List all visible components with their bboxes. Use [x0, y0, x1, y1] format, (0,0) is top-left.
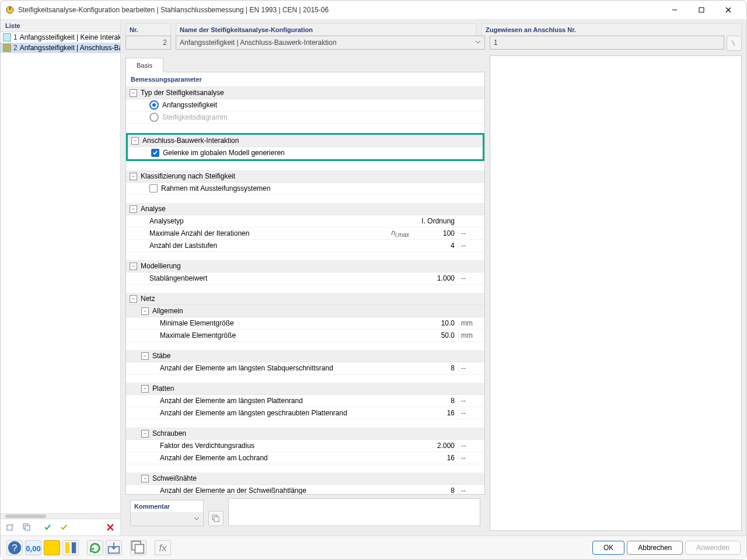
svg-rect-3 — [699, 8, 704, 12]
copy-button[interactable] — [130, 540, 146, 555]
check-green-button[interactable] — [40, 520, 55, 534]
assigned-field[interactable]: 1 — [490, 36, 724, 50]
horizontal-scrollbar[interactable] — [1, 513, 120, 519]
window-title: Steifigkeitsanalyse-Konfiguration bearbe… — [18, 6, 661, 14]
collapse-icon[interactable]: − — [141, 352, 149, 360]
maximize-button[interactable] — [688, 1, 715, 19]
copy-item-button[interactable] — [19, 520, 34, 534]
refresh-button[interactable] — [87, 540, 103, 555]
delete-button[interactable] — [103, 520, 118, 534]
collapse-icon[interactable]: − — [131, 137, 139, 145]
color-tool-button[interactable] — [62, 540, 79, 555]
main-area: Nr. Name der Steifigkeitsanalyse-Konfigu… — [121, 20, 746, 536]
collapse-icon[interactable]: − — [130, 295, 137, 303]
ok-button[interactable]: OK — [592, 541, 624, 555]
list-item[interactable]: 2 Anfangssteifigkeit | Anschluss-Bauwerk… — [1, 43, 120, 53]
header-name: Name der Steifigkeitsanalyse-Konfigurati… — [176, 23, 477, 36]
units-button[interactable]: 0,00 — [25, 540, 41, 555]
svg-text:?: ? — [12, 542, 17, 554]
assign-pick-button[interactable] — [727, 36, 742, 51]
check-yellow-button[interactable] — [57, 520, 72, 534]
color-swatch — [3, 33, 11, 41]
svg-rect-6 — [7, 525, 12, 530]
checkbox-braced-frames[interactable] — [149, 184, 158, 192]
collapse-icon[interactable]: − — [130, 262, 137, 270]
comment-dropdown[interactable] — [131, 512, 203, 526]
radio-stiffness-diagram[interactable] — [149, 113, 159, 122]
svg-text:fx: fx — [159, 542, 167, 554]
collapse-icon[interactable]: − — [130, 89, 137, 97]
checkbox-generate-hinges[interactable] — [151, 149, 159, 157]
chevron-down-icon — [194, 515, 200, 523]
color-yellow-button[interactable] — [44, 540, 60, 555]
collapse-icon[interactable]: − — [141, 307, 149, 315]
minimize-button[interactable] — [661, 1, 688, 19]
svg-rect-1 — [9, 7, 11, 10]
name-dropdown[interactable]: Anfangssteifigkeit | Anschluss-Bauwerk-I… — [176, 36, 485, 50]
list-item[interactable]: 1 Anfangssteifigkeit | Keine Interaktion — [1, 32, 120, 43]
export-button[interactable] — [106, 540, 122, 555]
comment-preview — [228, 498, 480, 526]
comment-header: Kommentar — [131, 501, 203, 512]
preview-pane — [490, 55, 742, 531]
cancel-button[interactable]: Abbrechen — [627, 541, 683, 555]
function-button[interactable]: fx — [155, 540, 171, 555]
sidebar-header: Liste — [1, 20, 120, 32]
header-nr: Nr. — [125, 23, 171, 36]
nr-field[interactable]: 2 — [125, 36, 171, 50]
collapse-icon[interactable]: − — [141, 430, 149, 438]
collapse-icon[interactable]: − — [130, 173, 137, 180]
sidebar-toolbar — [1, 519, 120, 536]
sidebar: Liste 1 Anfangssteifigkeit | Keine Inter… — [1, 20, 121, 536]
params-panel: Bemessungsparameter −Typ der Steifigkeit… — [125, 72, 485, 495]
comment-edit-button[interactable] — [208, 511, 224, 526]
svg-text:0,00: 0,00 — [26, 544, 40, 553]
collapse-icon[interactable]: − — [130, 205, 137, 213]
radio-initial-stiffness[interactable] — [149, 100, 159, 110]
svg-rect-17 — [72, 542, 76, 554]
header-assigned: Zugewiesen an Anschluss Nr. — [481, 23, 742, 36]
apply-button[interactable]: Anwenden — [685, 541, 741, 555]
collapse-icon[interactable]: − — [141, 475, 149, 482]
collapse-icon[interactable]: − — [141, 385, 149, 393]
comment-box: Kommentar — [130, 500, 204, 526]
svg-rect-20 — [135, 544, 144, 553]
color-swatch — [3, 44, 11, 52]
chevron-down-icon — [475, 38, 481, 47]
svg-rect-12 — [214, 517, 219, 522]
svg-rect-16 — [65, 542, 69, 554]
section-title: Bemessungsparameter — [126, 72, 484, 87]
app-icon — [5, 5, 15, 15]
tabbar: Basis — [125, 55, 485, 72]
close-button[interactable] — [715, 1, 742, 19]
dialog-window: Steifigkeitsanalyse-Konfiguration bearbe… — [0, 0, 747, 560]
config-list[interactable]: 1 Anfangssteifigkeit | Keine Interaktion… — [1, 32, 120, 513]
titlebar: Steifigkeitsanalyse-Konfiguration bearbe… — [1, 1, 746, 20]
footer: ? 0,00 fx OK Abbrechen Anwenden — [1, 536, 746, 559]
new-item-button[interactable] — [3, 520, 18, 534]
tab-basis[interactable]: Basis — [125, 58, 163, 72]
help-button[interactable]: ? — [6, 540, 23, 555]
svg-rect-8 — [25, 526, 30, 530]
highlighted-section: −Anschluss-Bauwerk-Interaktion Gelenke i… — [126, 133, 484, 161]
